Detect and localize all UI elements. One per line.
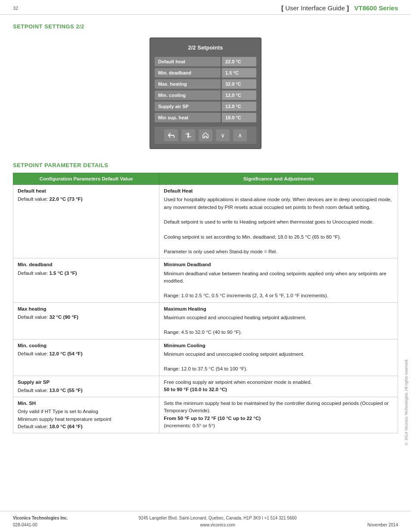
param-config-default-heat: Default heat Default value: 22.0 °C (73 … [13, 185, 159, 258]
chevron-down-icon: ∨ [221, 132, 225, 139]
param-default-supply-air: Default value: 13.0 °C (55 °F) [18, 387, 155, 394]
table-row: Min. cooling Default value: 12.0 °C (54 … [13, 339, 398, 376]
screen-label-min-sup-heat: Min sup. heat [155, 113, 221, 122]
page-footer: Viconics Technologies Inc. 028-0441-00 9… [0, 511, 411, 532]
param-label-supply-air: Supply air SP [18, 379, 155, 386]
param-significance-supply-air: Free cooling supply air setpoint when ec… [159, 376, 398, 397]
param-label-max-heating: Max heating [18, 305, 155, 313]
table-row: Min. deadband Default value: 1.5 °C (3 °… [13, 258, 398, 302]
param-config-max-heating: Max heating Default value: 32 °C (90 °F) [13, 302, 159, 339]
screen-label-default-heat: Default heat [155, 57, 221, 66]
document-title: [ User Interface Guide ] VT8600 Series [281, 4, 398, 12]
table-row: Default heat Default value: 22.0 °C (73 … [13, 185, 398, 258]
sig-title-min-deadband: Minimum Deadband [164, 261, 393, 268]
screen-label-supply-air: Supply air SP [155, 102, 221, 111]
param-config-supply-air: Supply air SP Default value: 13.0 °C (55… [13, 376, 159, 397]
param-default-min-sh: Only valid if HT Type is set to Analog M… [18, 408, 155, 430]
screen-title: 2/2 Setpoints [155, 43, 256, 53]
screen-row-min-sup-heat: Min sup. heat 18.0 °C [155, 113, 256, 122]
table-header-significance: Significance and Adjustments [159, 173, 398, 185]
screen-value-max-heating: 32.0 °C [222, 79, 256, 89]
page-header: 32 [ User Interface Guide ] VT8600 Serie… [0, 0, 411, 15]
table-row: Max heating Default value: 32 °C (90 °F)… [13, 302, 398, 339]
guide-label: User Interface Guide [285, 4, 345, 12]
param-significance-min-sh: Sets the minimum supply heat to be maint… [159, 397, 398, 433]
screen-row-min-deadband: Min. deadband 1.5 °C [155, 68, 256, 78]
param-label-default-heat: Default heat [18, 187, 155, 195]
table-row: Supply air SP Default value: 13.0 °C (55… [13, 376, 398, 397]
device-display-container: 2/2 Setpoints Default heat 22.0 °C Min. … [13, 37, 398, 149]
screen-label-max-heating: Max. heating [155, 79, 221, 89]
param-details-table: Configuration Parameters Default Value S… [13, 173, 398, 433]
param-config-min-deadband: Min. deadband Default value: 1.5 °C (3 °… [13, 258, 159, 302]
page-number: 32 [13, 6, 18, 11]
screen-row-default-heat: Default heat 22.0 °C [155, 57, 256, 66]
sidebar-copyright: © 2014 Viconics Technologies. All rights… [404, 359, 408, 446]
screen-row-max-heating: Max. heating 32.0 °C [155, 79, 256, 89]
bracket-left: [ [281, 4, 283, 12]
table-header-config: Configuration Parameters Default Value [13, 173, 159, 185]
param-default-max-heating: Default value: 32 °C (90 °F) [18, 314, 155, 321]
param-significance-max-heating: Maximum Heating Maximum occupied and uno… [159, 302, 398, 339]
screen-row-supply-air: Supply air SP 13.0 °C [155, 102, 256, 111]
param-config-min-cooling: Min. cooling Default value: 12.0 °C (54 … [13, 339, 159, 376]
sig-title-default-heat: Default Heat [164, 187, 393, 195]
setpoint-settings-section-title: SETPOINT SETTINGS 2/2 [13, 23, 398, 30]
screen-value-min-deadband: 1.5 °C [222, 68, 256, 78]
screen-value-default-heat: 22.0 °C [222, 57, 256, 66]
device-screen: 2/2 Setpoints Default heat 22.0 °C Min. … [149, 37, 262, 149]
table-row: Min. SH Only valid if HT Type is set to … [13, 397, 398, 433]
sig-title-min-cooling: Minimum Cooling [164, 342, 393, 349]
param-significance-min-deadband: Minimum Deadband Minimum deadband value … [159, 258, 398, 302]
screen-value-supply-air: 13.0 °C [222, 102, 256, 111]
bracket-right: ] [347, 4, 349, 12]
screen-label-min-deadband: Min. deadband [155, 68, 221, 78]
main-content: SETPOINT SETTINGS 2/2 2/2 Setpoints Defa… [0, 15, 411, 442]
sig-title-max-heating: Maximum Heating [164, 305, 393, 313]
series-label: VT8600 Series [354, 4, 398, 12]
nav-back-button[interactable] [164, 129, 178, 141]
footer-company: Viconics Technologies Inc. 028-0441-00 [13, 515, 68, 529]
chevron-up-icon: ∧ [238, 132, 242, 139]
nav-up-button[interactable]: ∧ [233, 129, 247, 141]
nav-compare-button[interactable] [181, 129, 195, 141]
param-default-default-heat: Default value: 22.0 °C (73 °F) [18, 196, 155, 203]
footer-address: 9245 Langelier Blvd. Saint-Leonard, Queb… [139, 515, 297, 529]
param-default-min-cooling: Default value: 12.0 °C (54 °F) [18, 350, 155, 358]
param-label-min-cooling: Min. cooling [18, 342, 155, 349]
screen-value-min-cooling: 12.0 °C [222, 90, 256, 100]
param-details-section-title: SETPOINT PARAMETER DETAILS [13, 162, 398, 168]
nav-down-button[interactable]: ∨ [216, 129, 230, 141]
screen-label-min-cooling: Min. cooling [155, 90, 221, 100]
nav-home-button[interactable] [199, 129, 212, 141]
param-label-min-deadband: Min. deadband [18, 261, 155, 268]
param-label-min-sh: Min. SH [18, 400, 155, 407]
footer-date: November 2014 [367, 522, 398, 529]
param-config-min-sh: Min. SH Only valid if HT Type is set to … [13, 397, 159, 433]
device-nav-row: ∨ ∧ [155, 127, 256, 144]
param-significance-min-cooling: Minimum Cooling Minimum occupied and uno… [159, 339, 398, 376]
screen-row-min-cooling: Min. cooling 12.0 °C [155, 90, 256, 100]
param-default-min-deadband: Default value: 1.5 °C (3 °F) [18, 270, 155, 277]
screen-value-min-sup-heat: 18.0 °C [222, 113, 256, 122]
param-significance-default-heat: Default Heat Used for hospitality applic… [159, 185, 398, 258]
